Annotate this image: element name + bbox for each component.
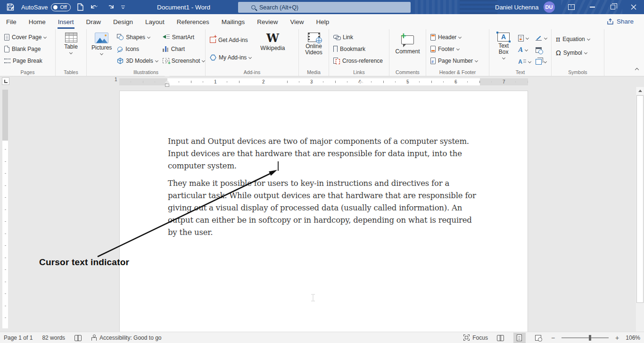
ruler-number: 1 bbox=[115, 77, 117, 82]
tab-file[interactable]: File bbox=[0, 14, 23, 29]
group-label-pages: Pages bbox=[0, 69, 55, 75]
date-time-button[interactable] bbox=[534, 44, 548, 55]
redo-button[interactable] bbox=[107, 4, 115, 11]
document-text[interactable]: Input and Output devices are two of majo… bbox=[168, 135, 483, 239]
tab-help[interactable]: Help bbox=[310, 14, 336, 29]
chart-button[interactable]: Chart bbox=[161, 43, 206, 54]
print-layout-button[interactable] bbox=[513, 333, 526, 343]
paragraph-1[interactable]: Input and Output devices are two of majo… bbox=[168, 135, 483, 172]
autosave-toggle[interactable]: Off bbox=[51, 3, 71, 11]
titlebar-pattern bbox=[415, 0, 457, 14]
paragraph-2[interactable]: They make it possible for users to key-i… bbox=[168, 177, 483, 239]
object-button[interactable] bbox=[534, 56, 548, 67]
drop-cap-icon: A bbox=[518, 59, 526, 65]
signature-line-button[interactable] bbox=[534, 33, 548, 43]
word-count[interactable]: 82 words bbox=[42, 335, 65, 341]
wikipedia-label: Wikipedia bbox=[260, 45, 285, 51]
accessibility-icon bbox=[91, 335, 97, 341]
scroll-up-button[interactable] bbox=[636, 87, 644, 94]
text-box-button[interactable]: A Text Box bbox=[492, 32, 515, 60]
scrollbar-thumb[interactable] bbox=[636, 95, 644, 303]
autosave-control[interactable]: AutoSave Off bbox=[21, 3, 71, 11]
cross-reference-button[interactable]: Cross-reference bbox=[332, 55, 384, 66]
accessibility-status[interactable]: Accessibility: Good to go bbox=[91, 335, 161, 341]
tab-selector-button[interactable] bbox=[2, 77, 9, 85]
document-page[interactable]: Input and Output devices are two of majo… bbox=[119, 91, 528, 332]
minimize-button[interactable] bbox=[582, 0, 603, 14]
left-indent-marker[interactable] bbox=[165, 84, 169, 87]
restore-button[interactable] bbox=[603, 0, 623, 14]
close-button[interactable] bbox=[623, 0, 644, 14]
pictures-button[interactable]: Pictures bbox=[90, 32, 114, 56]
vertical-scrollbar[interactable] bbox=[636, 87, 644, 332]
tab-references[interactable]: References bbox=[171, 14, 215, 29]
header-button[interactable]: Header bbox=[429, 32, 479, 42]
customize-toolbar-icon[interactable] bbox=[121, 6, 125, 8]
vertical-ruler[interactable] bbox=[2, 90, 8, 328]
account-area[interactable]: Daniel Uchenna DU bbox=[495, 0, 555, 14]
zoom-slider[interactable] bbox=[561, 337, 609, 338]
avatar[interactable]: DU bbox=[544, 1, 555, 13]
wikipedia-icon: W bbox=[266, 33, 279, 44]
comment-button[interactable]: + Comment bbox=[393, 32, 421, 56]
tab-mailings[interactable]: Mailings bbox=[215, 14, 251, 29]
page-indicator[interactable]: Page 1 of 1 bbox=[4, 335, 33, 341]
zoom-level[interactable]: 106% bbox=[626, 335, 640, 341]
tab-layout[interactable]: Layout bbox=[139, 14, 171, 29]
wordart-button[interactable]: A bbox=[517, 44, 532, 55]
page-break-button[interactable]: Page Break bbox=[3, 55, 48, 66]
tab-insert[interactable]: Insert bbox=[52, 14, 80, 29]
equation-button[interactable]: π Equation bbox=[554, 33, 591, 44]
proofing-button[interactable] bbox=[74, 335, 82, 340]
new-document-icon[interactable] bbox=[77, 3, 83, 11]
icons-button[interactable]: Icons bbox=[116, 43, 159, 54]
quick-parts-button[interactable] bbox=[517, 33, 532, 43]
collapse-ribbon-button[interactable] bbox=[636, 65, 638, 73]
wikipedia-button[interactable]: W Wikipedia bbox=[258, 32, 287, 52]
link-button[interactable]: Link bbox=[332, 32, 384, 42]
blank-page-button[interactable]: Blank Page bbox=[3, 43, 48, 54]
my-addins-button[interactable]: My Add-ins bbox=[208, 52, 253, 63]
3d-models-button[interactable]: 3D Models bbox=[116, 55, 159, 66]
read-mode-button[interactable] bbox=[495, 333, 507, 343]
share-button[interactable]: Share bbox=[603, 16, 637, 27]
get-addins-button[interactable]: Get Add-ins bbox=[208, 34, 253, 45]
ribbon-display-options-button[interactable] bbox=[561, 0, 582, 14]
horizontal-ruler[interactable]: 1 2 3 4 5 6 7 bbox=[119, 78, 528, 85]
tab-home[interactable]: Home bbox=[23, 14, 52, 29]
link-icon bbox=[333, 34, 340, 40]
table-button[interactable]: Table bbox=[62, 32, 80, 55]
tab-view[interactable]: View bbox=[284, 14, 310, 29]
minimize-icon bbox=[590, 7, 595, 8]
autosave-label: AutoSave bbox=[21, 4, 48, 11]
zoom-slider-handle[interactable] bbox=[589, 335, 591, 341]
ruler-number: 7 bbox=[503, 79, 505, 84]
drop-cap-button[interactable]: A bbox=[517, 56, 532, 67]
page-number-button[interactable]: # Page Number bbox=[429, 55, 479, 66]
focus-button[interactable]: Focus bbox=[463, 335, 488, 341]
shapes-icon bbox=[117, 34, 124, 40]
web-layout-button[interactable] bbox=[532, 333, 545, 343]
symbol-icon: Ω bbox=[556, 49, 561, 57]
group-label-addins: Add-ins bbox=[206, 69, 298, 75]
save-icon[interactable] bbox=[7, 3, 15, 11]
online-videos-button[interactable]: Online Videos bbox=[302, 32, 326, 57]
zoom-in-button[interactable]: + bbox=[615, 334, 619, 342]
search-input[interactable]: Search (Alt+Q) bbox=[238, 2, 411, 13]
document-workspace: Input and Output devices are two of majo… bbox=[0, 87, 644, 332]
tab-draw[interactable]: Draw bbox=[80, 14, 107, 29]
page-break-label: Page Break bbox=[13, 58, 42, 64]
footer-button[interactable]: Footer bbox=[429, 43, 479, 54]
tab-review[interactable]: Review bbox=[251, 14, 284, 29]
bookmark-label: Bookmark bbox=[340, 46, 365, 52]
shapes-button[interactable]: Shapes bbox=[116, 32, 159, 42]
tab-design[interactable]: Design bbox=[107, 14, 139, 29]
undo-button[interactable] bbox=[90, 4, 100, 11]
zoom-out-button[interactable]: − bbox=[551, 334, 555, 342]
cover-page-button[interactable]: Cover Page bbox=[3, 32, 48, 42]
group-media: Online Videos Media bbox=[299, 29, 329, 76]
bookmark-button[interactable]: Bookmark bbox=[332, 43, 384, 54]
screenshot-button[interactable]: Screenshot bbox=[161, 55, 206, 66]
symbol-button[interactable]: Ω Symbol bbox=[554, 47, 591, 58]
smartart-button[interactable]: SmartArt bbox=[161, 32, 206, 42]
